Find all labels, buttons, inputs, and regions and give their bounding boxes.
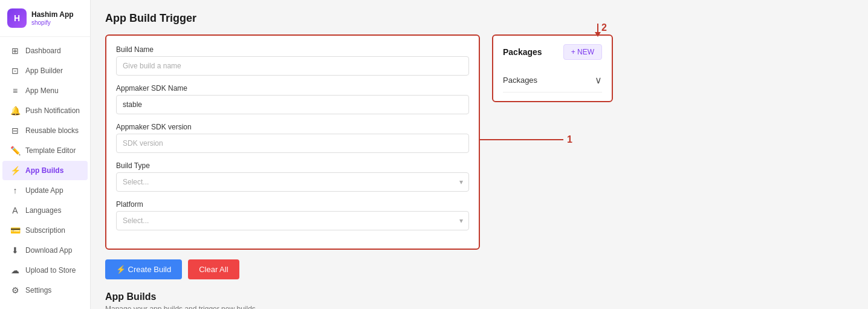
- sdk-name-label: Appmaker SDK Name: [116, 84, 469, 93]
- app-builds-title: App Builds: [105, 291, 853, 302]
- app-logo: H: [7, 8, 27, 28]
- sdk-version-label: Appmaker SDK version: [116, 123, 469, 131]
- bell-icon: 🔔: [10, 106, 21, 115]
- platform-select-wrapper: Select... ▾: [116, 211, 469, 230]
- sidebar: H Hashim App shopify ⊞ Dashboard ⊡ App B…: [0, 0, 91, 309]
- sdk-version-input[interactable]: [116, 134, 469, 153]
- form-panel: Build Name Appmaker SDK Name Appmaker SD…: [105, 34, 480, 250]
- app-menu-icon: ≡: [10, 86, 21, 96]
- annotation-label-1: 1: [567, 134, 572, 145]
- app-builds-section: App Builds Manage your app builds and tr…: [105, 291, 853, 309]
- sidebar-item-template-editor[interactable]: ✏️ Template Editor: [2, 141, 88, 160]
- new-package-button[interactable]: + NEW: [563, 44, 602, 60]
- build-name-label: Build Name: [116, 45, 469, 54]
- main-content: App Build Trigger Build Name Appmaker SD…: [91, 0, 868, 309]
- packages-area: 2 Packages + NEW Packages ∨: [492, 34, 613, 102]
- create-build-button[interactable]: ⚡ Create Build: [105, 259, 182, 279]
- page-title: App Build Trigger: [105, 12, 853, 25]
- blocks-icon: ⊟: [10, 126, 21, 135]
- app-builds-subtitle: Manage your app builds and trigger new b…: [105, 305, 853, 309]
- sidebar-nav: ⊞ Dashboard ⊡ App Builder ≡ App Menu 🔔 P…: [0, 37, 90, 309]
- packages-dropdown-label: Packages: [503, 76, 537, 85]
- annotation-area: Build Name Appmaker SDK Name Appmaker SD…: [105, 34, 853, 250]
- sidebar-item-reusable-blocks[interactable]: ⊟ Reusable blocks: [2, 121, 88, 140]
- sidebar-item-label: App Builds: [25, 166, 63, 175]
- build-name-input[interactable]: [116, 56, 469, 76]
- app-sub: shopify: [31, 19, 74, 26]
- annotation-1: 1: [479, 134, 572, 145]
- platform-select[interactable]: Select...: [116, 211, 469, 230]
- build-name-group: Build Name: [116, 45, 469, 76]
- sidebar-item-label: App Builder: [25, 67, 63, 75]
- sidebar-item-dashboard[interactable]: ⊞ Dashboard: [2, 41, 88, 60]
- download-icon: ⬇: [10, 246, 21, 255]
- update-icon: ↑: [10, 186, 21, 195]
- sidebar-item-label: Languages: [25, 206, 61, 215]
- sidebar-item-languages[interactable]: A Languages: [2, 201, 88, 220]
- builds-icon: ⚡: [10, 166, 21, 175]
- sidebar-item-label: Reusable blocks: [25, 126, 79, 135]
- sidebar-item-label: Subscription: [25, 226, 65, 235]
- languages-icon: A: [10, 206, 21, 215]
- platform-group: Platform Select... ▾: [116, 200, 469, 230]
- sdk-name-group: Appmaker SDK Name: [116, 84, 469, 114]
- upload-icon: ☁: [10, 265, 21, 275]
- clear-all-button[interactable]: Clear All: [188, 259, 239, 279]
- chevron-down-icon: ∨: [595, 74, 602, 86]
- sidebar-item-update-app[interactable]: ↑ Update App: [2, 181, 88, 200]
- sidebar-item-label: Download App: [25, 246, 72, 255]
- platform-label: Platform: [116, 200, 469, 209]
- build-type-select[interactable]: Select...: [116, 172, 469, 192]
- dashboard-icon: ⊞: [10, 46, 21, 56]
- sidebar-item-download-app[interactable]: ⬇ Download App: [2, 241, 88, 260]
- sidebar-header: H Hashim App shopify: [0, 0, 90, 37]
- sidebar-item-subscription[interactable]: 💳 Subscription: [2, 221, 88, 240]
- packages-title: Packages: [503, 47, 542, 57]
- packages-dropdown[interactable]: Packages ∨: [503, 68, 602, 93]
- sidebar-item-app-builder[interactable]: ⊡ App Builder: [2, 61, 88, 80]
- sidebar-item-settings[interactable]: ⚙ Settings: [2, 281, 88, 300]
- sidebar-item-label: Template Editor: [25, 146, 76, 155]
- sidebar-item-push-notification[interactable]: 🔔 Push Notification: [2, 101, 88, 120]
- sidebar-item-app-builds[interactable]: ⚡ App Builds: [2, 161, 88, 180]
- annotation-arrow-2: [595, 24, 601, 37]
- app-builder-icon: ⊡: [10, 66, 21, 76]
- sidebar-item-upload-to-store[interactable]: ☁ Upload to Store: [2, 261, 88, 280]
- subscription-icon: 💳: [10, 226, 21, 235]
- packages-header: Packages + NEW: [503, 44, 602, 60]
- buttons-row: ⚡ Create Build Clear All: [105, 259, 853, 279]
- sdk-version-group: Appmaker SDK version: [116, 123, 469, 153]
- sidebar-item-label: App Menu: [25, 86, 59, 95]
- build-type-label: Build Type: [116, 161, 469, 170]
- sidebar-item-label: Update App: [25, 186, 63, 195]
- sidebar-item-label: Upload to Store: [25, 266, 76, 275]
- build-type-group: Build Type Select... ▾: [116, 161, 469, 192]
- annotation-line-1: [479, 139, 563, 140]
- sidebar-item-label: Dashboard: [25, 47, 61, 55]
- sidebar-item-label: Settings: [25, 286, 51, 294]
- sidebar-item-app-menu[interactable]: ≡ App Menu: [2, 81, 88, 100]
- arrow-v-line: [597, 24, 598, 32]
- annotation-label-2: 2: [601, 22, 607, 33]
- editor-icon: ✏️: [10, 146, 21, 155]
- sdk-name-input[interactable]: [116, 95, 469, 114]
- app-name: Hashim App: [31, 10, 74, 19]
- arrow-head: [595, 32, 601, 37]
- settings-icon: ⚙: [10, 285, 21, 295]
- build-type-select-wrapper: Select... ▾: [116, 172, 469, 192]
- sidebar-item-label: Push Notification: [25, 106, 80, 115]
- packages-panel: Packages + NEW Packages ∨: [492, 34, 613, 102]
